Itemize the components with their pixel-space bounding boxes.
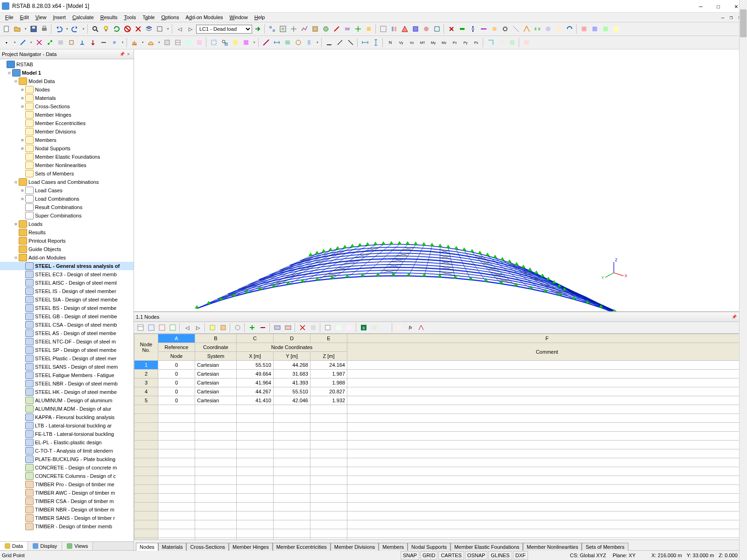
tool-b3[interactable] — [400, 24, 410, 34]
table-row[interactable] — [134, 423, 747, 432]
table-row[interactable] — [134, 511, 747, 520]
nav-tab-data[interactable]: Data — [0, 542, 28, 550]
tool-a6[interactable] — [321, 24, 331, 34]
tree-addon-item[interactable]: STEEL BS - Design of steel membe — [0, 304, 134, 312]
undo-button[interactable] — [54, 24, 64, 34]
tree-item[interactable]: Guide Objects — [0, 245, 134, 253]
save-button[interactable] — [28, 24, 39, 34]
table-row[interactable] — [134, 449, 747, 458]
tool-j2[interactable] — [496, 37, 507, 48]
tree-item[interactable]: Result Combinations — [0, 203, 134, 211]
table-tb-21[interactable] — [395, 322, 405, 333]
tree-addon-item[interactable]: EL-PL - Elastic-plastic design — [0, 438, 134, 447]
tree-addon-selected[interactable]: STEEL - General stress analysis of — [0, 262, 134, 270]
navigator-tree[interactable]: RSTAB ⊟Model 1 ⊟Model Data ⊞Nodes⊞Materi… — [0, 59, 134, 541]
table-row[interactable] — [134, 503, 747, 511]
tree-addon-item[interactable]: STEEL GB - Design of steel membe — [0, 312, 134, 321]
tree-addon-item[interactable]: CONCRETE Columns - Design of c — [0, 472, 134, 480]
table-tb-1[interactable] — [135, 322, 146, 333]
table-scrollbar[interactable] — [739, 334, 747, 539]
tree-addon-item[interactable]: STEEL SIA - Design of steel membe — [0, 295, 134, 304]
table-tab[interactable]: Nodal Supports — [408, 543, 451, 551]
new-button[interactable] — [1, 24, 12, 34]
menu-table[interactable]: Table — [139, 14, 158, 21]
tool-a8[interactable] — [342, 24, 352, 34]
tool-d4[interactable] — [611, 24, 621, 34]
tree-item[interactable]: Member Hinges — [0, 111, 134, 119]
tree-addon-item[interactable]: FE-LTB - Lateral-torsional buckling — [0, 430, 134, 438]
tree-lcc[interactable]: ⊟Load Cases and Combinations — [0, 178, 134, 186]
tool-c8[interactable] — [521, 24, 532, 34]
tool-b1[interactable] — [378, 24, 388, 34]
status-grid[interactable]: GRID — [420, 551, 438, 560]
tree-item[interactable]: Sets of Members — [0, 169, 134, 178]
tree-addon-item[interactable]: TIMBER AWC - Design of timber m — [0, 489, 134, 497]
tool-a5[interactable] — [310, 24, 320, 34]
tree-addon-item[interactable]: LTB - Lateral-torsional buckling ar — [0, 421, 134, 430]
menu-edit[interactable]: Edit — [17, 14, 32, 21]
tool-a10[interactable] — [364, 24, 374, 34]
tool-h3[interactable] — [282, 37, 293, 48]
table-tb-7[interactable] — [207, 322, 218, 333]
table-tab[interactable]: Member Elastic Foundations — [451, 543, 523, 551]
zoom-window-icon[interactable] — [219, 37, 230, 48]
navigator-close-icon[interactable]: × — [125, 52, 132, 56]
tool-a2[interactable] — [278, 24, 288, 34]
nav-tab-views[interactable]: Views — [62, 542, 93, 550]
tool-f1[interactable] — [129, 37, 140, 48]
table-row[interactable] — [134, 405, 747, 414]
tool-e6[interactable] — [88, 37, 98, 48]
tool-e1[interactable] — [34, 37, 44, 48]
print-button[interactable] — [39, 24, 49, 34]
tool-a3[interactable] — [289, 24, 299, 34]
table-row[interactable] — [134, 432, 747, 441]
nav-tab-display[interactable]: Display — [28, 542, 62, 550]
tree-addon-item[interactable]: TIMBER - Design of timber memb — [0, 522, 134, 531]
tree-addon-item[interactable]: CONCRETE - Design of concrete m — [0, 463, 134, 472]
dim-v-icon[interactable] — [371, 37, 381, 48]
tree-item[interactable]: ⊞Load Cases — [0, 186, 134, 195]
lc-prev-icon[interactable]: ◁ — [175, 24, 185, 34]
tree-addon-item[interactable]: PLATE-BUCKLING - Plate buckling — [0, 455, 134, 463]
tree-item[interactable]: Results — [0, 228, 134, 237]
tool-g2-dropdown[interactable]: ▾ — [252, 37, 257, 48]
tree-addon-item[interactable]: STEEL Plastic - Design of steel mer — [0, 354, 134, 363]
tree-addon-item[interactable]: STEEL NTC-DF - Design of steel m — [0, 337, 134, 346]
tool-d1[interactable] — [579, 24, 589, 34]
table-tab[interactable]: Member Hinges — [229, 543, 273, 551]
menu-view[interactable]: View — [32, 14, 50, 21]
table-tab[interactable]: Member Eccentricities — [273, 543, 331, 551]
table-tb-18[interactable] — [344, 322, 354, 333]
grid3d-dropdown[interactable]: ▾ — [165, 24, 170, 34]
tool-b5[interactable] — [421, 24, 431, 34]
minimize-button[interactable]: — — [692, 0, 710, 12]
tree-item[interactable]: Super Combinations — [0, 211, 134, 220]
table-tb-11[interactable] — [258, 322, 268, 333]
tool-c5[interactable] — [489, 24, 500, 34]
tree-model[interactable]: ⊟Model 1 — [0, 69, 134, 77]
tool-k1[interactable] — [521, 37, 532, 48]
table-tb-9[interactable] — [233, 322, 243, 333]
result-vz-icon[interactable]: Vz — [407, 37, 417, 48]
tool-f2-dropdown[interactable]: ▾ — [156, 37, 162, 48]
lightbulb-icon[interactable] — [101, 24, 111, 34]
lc-next-icon[interactable]: ▷ — [185, 24, 196, 34]
tree-addon-item[interactable]: STEEL IS - Design of steel member — [0, 287, 134, 295]
status-snap[interactable]: SNAP — [401, 551, 419, 560]
tool-f1-dropdown[interactable]: ▾ — [140, 37, 145, 48]
tree-addon-item[interactable]: TIMBER SANS - Design of timber r — [0, 514, 134, 522]
tool-h2[interactable] — [272, 37, 282, 48]
tree-addon-item[interactable]: TIMBER Pro - Design of timber me — [0, 480, 134, 489]
tool-b6[interactable] — [432, 24, 442, 34]
model-viewport[interactable]: X Y Z — [134, 49, 747, 311]
tree-addon-item[interactable]: KAPPA - Flexural buckling analysis — [0, 413, 134, 421]
tool-g1[interactable] — [230, 37, 240, 48]
tree-item[interactable]: ⊞Loads — [0, 220, 134, 228]
tree-addon-item[interactable]: STEEL CSA - Design of steel memb — [0, 321, 134, 329]
clear-icon[interactable] — [133, 24, 143, 34]
menu-help[interactable]: Help — [251, 14, 268, 21]
tree-addon-item[interactable]: STEEL NBR - Design of steel memb — [0, 379, 134, 388]
tool-c9[interactable] — [532, 24, 543, 34]
table-tb-22[interactable] — [416, 322, 426, 333]
table-tb-10[interactable] — [247, 322, 257, 333]
